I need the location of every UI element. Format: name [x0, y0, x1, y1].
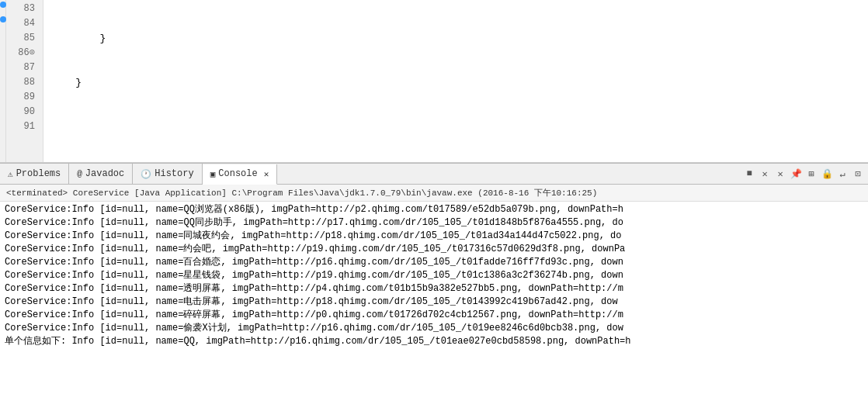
console-icon: ▣	[210, 169, 216, 179]
problems-icon: ⚠	[8, 169, 13, 179]
tab-history-label: History	[155, 168, 193, 179]
history-icon: 🕐	[141, 169, 151, 179]
tab-bar: ⚠ Problems @ Javadoc 🕐 History ▣ Console…	[0, 163, 868, 185]
console-line-6: CoreService:Info [id=null, name=透明屏幕, im…	[5, 282, 863, 296]
line-num-91: 91	[6, 119, 40, 134]
console-line-7: CoreService:Info [id=null, name=电击屏幕, im…	[5, 296, 863, 309]
line-num-85: 85	[6, 31, 40, 46]
left-marker	[0, 0, 6, 162]
line-num-86: 86⊙	[6, 46, 40, 60]
line-num-84: 84	[6, 16, 40, 31]
bottom-panel: ⚠ Problems @ Javadoc 🕐 History ▣ Console…	[0, 163, 868, 401]
console-line-0: CoreService:Info [id=null, name=QQ浏览器(x8…	[5, 203, 863, 216]
marker-dot-2	[0, 16, 6, 22]
tab-console[interactable]: ▣ Console ✕	[203, 164, 278, 185]
word-wrap-button[interactable]: ↵	[835, 167, 849, 181]
code-line-83: }	[50, 31, 868, 46]
console-line-8: CoreService:Info [id=null, name=碎碎屏幕, im…	[5, 309, 863, 322]
code-content[interactable]: } } public static void main(String[] arg…	[43, 0, 868, 162]
code-line-84: }	[50, 75, 868, 90]
line-num-88: 88	[6, 75, 40, 90]
tab-problems[interactable]: ⚠ Problems	[0, 164, 69, 184]
console-line-2: CoreService:Info [id=null, name=同城夜约会, i…	[5, 230, 863, 243]
line-num-87: 87	[6, 60, 40, 75]
tab-javadoc-label: Javadoc	[85, 168, 124, 179]
console-header: <terminated> CoreService [Java Applicati…	[0, 185, 868, 202]
console-line-9: CoreService:Info [id=null, name=偷袭X计划, i…	[5, 322, 863, 335]
tab-console-label: Console	[218, 168, 257, 179]
tab-javadoc[interactable]: @ Javadoc	[69, 164, 133, 184]
line-numbers: 83 84 85 86⊙ 87 88 89 90 91	[6, 0, 43, 162]
console-line-10: 单个信息如下: Info [id=null, name=QQ, imgPath=…	[5, 335, 863, 348]
terminate-button[interactable]: ✕	[758, 167, 772, 181]
line-num-89: 89	[6, 90, 40, 105]
console-line-3: CoreService:Info [id=null, name=约会吧, img…	[5, 243, 863, 256]
tab-problems-label: Problems	[16, 168, 61, 179]
stop-button[interactable]: ■	[742, 167, 756, 181]
console-line-1: CoreService:Info [id=null, name=QQ同步助手, …	[5, 216, 863, 230]
code-line-85	[50, 119, 868, 134]
open-console-button[interactable]: ⊡	[851, 167, 865, 181]
javadoc-icon: @	[77, 169, 82, 178]
close-tab-icon[interactable]: ✕	[264, 169, 269, 179]
tab-history[interactable]: 🕐 History	[133, 164, 202, 184]
line-num-83: 83	[6, 2, 40, 16]
console-line-4: CoreService:Info [id=null, name=百合婚恋, im…	[5, 256, 863, 269]
console-line-5: CoreService:Info [id=null, name=星星钱袋, im…	[5, 269, 863, 282]
line-num-90: 90	[6, 105, 40, 119]
tab-actions: ■ ✕ ✕ 📌 ⊞ 🔒 ↵ ⊡	[742, 167, 868, 181]
marker-dot-1	[0, 2, 6, 8]
pin-button[interactable]: 📌	[789, 167, 803, 181]
display-button[interactable]: ⊞	[804, 167, 818, 181]
remove-button[interactable]: ✕	[773, 167, 787, 181]
console-output[interactable]: CoreService:Info [id=null, name=QQ浏览器(x8…	[0, 202, 868, 401]
code-editor: 83 84 85 86⊙ 87 88 89 90 91 } } public s…	[0, 0, 868, 163]
scroll-lock-button[interactable]: 🔒	[820, 167, 834, 181]
terminated-message: <terminated> CoreService [Java Applicati…	[6, 188, 597, 198]
